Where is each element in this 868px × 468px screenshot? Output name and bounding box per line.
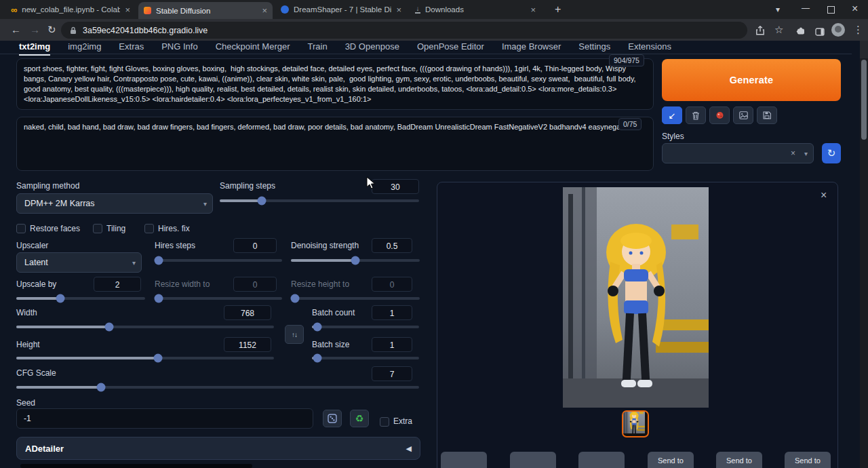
resize-width-label: Resize width to bbox=[155, 279, 210, 289]
trash-icon bbox=[692, 111, 700, 120]
negative-prompt-input[interactable] bbox=[16, 117, 654, 171]
hires-steps-value[interactable]: 0 bbox=[233, 238, 277, 253]
restore-faces-checkbox[interactable] bbox=[16, 224, 26, 233]
denoising-strength-value[interactable]: 0.5 bbox=[372, 238, 412, 253]
scrollbar-top bbox=[860, 41, 868, 58]
width-slider[interactable] bbox=[16, 326, 274, 328]
screen: ∞ new_colab_file.ipynb - Colaborat × Sta… bbox=[0, 0, 868, 468]
chevron-down-icon: ▾ bbox=[132, 259, 136, 267]
chevron-down-icon: ▾ bbox=[203, 200, 207, 208]
refresh-styles-button[interactable]: ↻ bbox=[822, 143, 841, 163]
tab-title: DreamShaper - 7 | Stable Diffusi bbox=[294, 5, 391, 14]
resize-height-value[interactable]: 0 bbox=[372, 277, 412, 292]
clear-styles-icon[interactable]: × bbox=[791, 149, 795, 158]
sampling-steps-value[interactable]: 30 bbox=[372, 179, 419, 194]
browser-tab-dreamshaper[interactable]: DreamShaper - 7 | Stable Diffusi × bbox=[275, 0, 407, 19]
restore-faces-label: Restore faces bbox=[30, 224, 80, 233]
width-value[interactable]: 768 bbox=[224, 305, 271, 320]
window-minimize-button[interactable]: — bbox=[802, 3, 810, 13]
extra-seed-label: Extra bbox=[393, 416, 412, 426]
adetailer-accordion[interactable]: ADetailer ◀ bbox=[16, 437, 420, 460]
reuse-seed-button[interactable]: ♻ bbox=[350, 410, 369, 427]
image-action-button[interactable] bbox=[441, 452, 487, 468]
sampling-steps-slider[interactable] bbox=[220, 199, 419, 202]
back-icon[interactable]: ← bbox=[11, 24, 21, 35]
height-label: Height bbox=[16, 340, 40, 349]
resize-width-slider[interactable] bbox=[155, 297, 282, 300]
upscale-by-label: Upscale by bbox=[16, 279, 56, 289]
image-action-button[interactable] bbox=[578, 452, 625, 468]
resize-height-label: Resize height to bbox=[291, 279, 349, 289]
batch-size-value[interactable]: 1 bbox=[372, 337, 412, 352]
close-preview-icon[interactable]: × bbox=[821, 190, 827, 201]
denoising-strength-slider[interactable] bbox=[291, 259, 420, 262]
upscaler-dropdown[interactable]: Latent ▾ bbox=[16, 252, 142, 273]
forward-icon[interactable]: → bbox=[30, 24, 40, 35]
resize-width-value[interactable]: 0 bbox=[233, 277, 277, 292]
gallery-thumbnail[interactable] bbox=[622, 410, 649, 437]
extra-seed-checkbox[interactable] bbox=[380, 417, 389, 427]
scrollbar-thumb[interactable] bbox=[861, 60, 867, 140]
apply-styles-button[interactable] bbox=[733, 106, 753, 124]
bookmark-star-icon[interactable]: ☆ bbox=[774, 24, 783, 35]
resize-height-slider[interactable] bbox=[291, 297, 420, 300]
next-accordion-edge bbox=[20, 464, 252, 468]
tab-search-chevron-icon[interactable]: ▾ bbox=[776, 5, 780, 15]
tiling-label: Tiling bbox=[106, 224, 125, 233]
extensions-icon[interactable] bbox=[796, 26, 806, 38]
send-to-img2img-button[interactable]: Send to bbox=[648, 452, 694, 468]
colab-favicon-icon: ∞ bbox=[11, 5, 17, 15]
side-panel-icon[interactable] bbox=[815, 26, 825, 39]
swap-width-height-button[interactable]: ↑↓ bbox=[285, 325, 304, 344]
extra-networks-button[interactable] bbox=[709, 106, 730, 124]
height-value[interactable]: 1152 bbox=[224, 337, 271, 352]
hires-fix-checkbox[interactable] bbox=[144, 224, 154, 233]
close-icon[interactable]: × bbox=[262, 6, 267, 15]
browser-tab-stable-diffusion[interactable]: Stable Diffusion × bbox=[138, 2, 273, 19]
height-slider[interactable] bbox=[16, 357, 274, 359]
send-to-extras-button[interactable]: Send to bbox=[785, 452, 831, 468]
width-label: Width bbox=[16, 308, 37, 317]
sampling-method-dropdown[interactable]: DPM++ 2M Karras ▾ bbox=[16, 193, 213, 214]
upscale-by-slider[interactable] bbox=[16, 297, 145, 300]
random-seed-button[interactable] bbox=[323, 410, 342, 427]
cfg-scale-slider[interactable] bbox=[16, 386, 419, 389]
refresh-icon: ↻ bbox=[827, 147, 836, 159]
browser-menu-icon[interactable]: ⋮ bbox=[853, 24, 863, 35]
share-icon[interactable] bbox=[755, 26, 765, 38]
address-bar[interactable]: 3a59ec42041dbb46cb.gradio.live bbox=[61, 22, 747, 39]
seed-label: Seed bbox=[16, 398, 35, 408]
clear-prompt-button[interactable] bbox=[686, 106, 706, 124]
hires-steps-slider[interactable] bbox=[155, 259, 282, 262]
batch-count-value[interactable]: 1 bbox=[372, 305, 412, 320]
batch-count-label: Batch count bbox=[312, 308, 355, 317]
window-close-button[interactable]: × bbox=[852, 3, 858, 15]
close-icon[interactable]: × bbox=[530, 5, 536, 14]
upscaler-value: Latent bbox=[24, 258, 48, 267]
window-maximize-button[interactable] bbox=[827, 6, 835, 14]
close-icon[interactable]: × bbox=[125, 5, 130, 14]
reload-icon[interactable]: ↻ bbox=[47, 24, 56, 35]
prompt-input[interactable] bbox=[16, 58, 654, 110]
new-tab-button[interactable]: + bbox=[555, 4, 561, 14]
generate-button[interactable]: Generate bbox=[662, 59, 841, 101]
upscale-by-value[interactable]: 2 bbox=[94, 277, 141, 292]
batch-count-slider[interactable] bbox=[312, 326, 419, 328]
image-card-icon bbox=[739, 111, 748, 119]
generated-image[interactable] bbox=[563, 187, 709, 410]
browser-tab-colab[interactable]: ∞ new_colab_file.ipynb - Colaborat × bbox=[5, 0, 136, 19]
batch-size-label: Batch size bbox=[312, 340, 349, 349]
profile-avatar[interactable] bbox=[831, 23, 845, 37]
batch-size-slider[interactable] bbox=[312, 357, 419, 359]
floppy-save-icon bbox=[763, 111, 771, 119]
image-action-button[interactable] bbox=[510, 452, 556, 468]
tiling-checkbox[interactable] bbox=[93, 224, 102, 233]
cfg-scale-value[interactable]: 7 bbox=[372, 366, 412, 381]
save-style-button[interactable] bbox=[757, 106, 777, 124]
paste-generation-params-button[interactable]: ↙ bbox=[662, 106, 682, 124]
send-to-inpaint-button[interactable]: Send to bbox=[716, 452, 762, 468]
browser-tab-downloads[interactable]: ↓ Downloads × bbox=[410, 0, 541, 19]
seed-input[interactable] bbox=[16, 408, 313, 429]
close-icon[interactable]: × bbox=[396, 5, 401, 14]
styles-dropdown[interactable]: × ▾ bbox=[662, 143, 814, 163]
